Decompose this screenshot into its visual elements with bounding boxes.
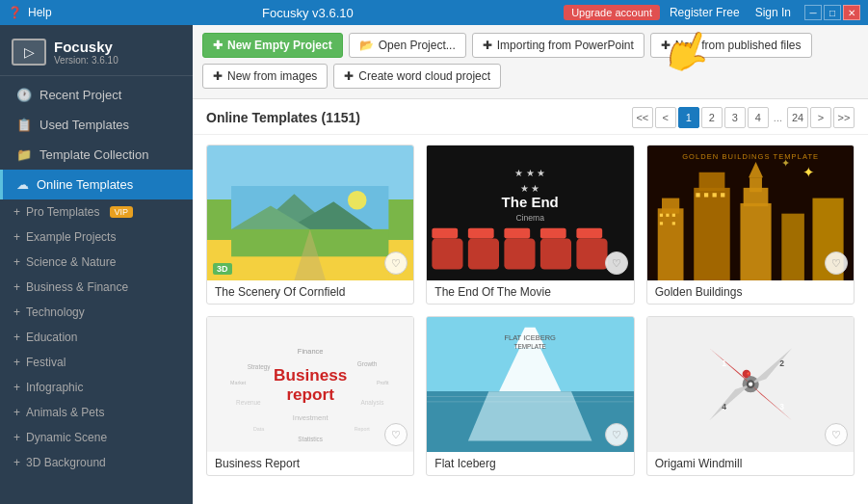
sidebar-sub-3dbg[interactable]: + 3D Background <box>0 450 193 475</box>
register-button[interactable]: Register Free <box>664 4 746 21</box>
svg-text:1: 1 <box>722 359 726 369</box>
plus-icon: ✚ <box>213 39 223 52</box>
template-card-cornfield[interactable]: 3D ♡ The Scenery Of Cornfield <box>206 145 414 305</box>
svg-text:Report: Report <box>355 426 371 432</box>
svg-text:Profit: Profit <box>377 380 389 385</box>
signin-button[interactable]: Sign In <box>750 4 797 21</box>
sub-label: 3D Background <box>26 456 106 469</box>
plus-icon: + <box>13 381 20 394</box>
close-button[interactable]: ✕ <box>843 5 860 20</box>
sidebar-sub-education[interactable]: + Education <box>0 325 193 350</box>
title-bar: ❓ Help Focusky v3.6.10 Upgrade account R… <box>0 0 868 25</box>
svg-marker-64 <box>468 392 592 441</box>
template-label-origami: Origami Windmill <box>647 452 854 475</box>
sidebar-sub-festival[interactable]: + Festival <box>0 350 193 375</box>
app-wrapper: ❓ Help Focusky v3.6.10 Upgrade account R… <box>0 0 868 504</box>
svg-text:Growth: Growth <box>357 361 378 368</box>
collection-icon: 📁 <box>16 147 32 162</box>
template-card-bizreport[interactable]: Finance Strategy Growth Market Profit Bu… <box>206 316 414 476</box>
sidebar-sub-science[interactable]: + Science & Nature <box>0 250 193 275</box>
svg-rect-35 <box>712 193 716 197</box>
template-label-movie: The End Of The Movie <box>427 280 633 304</box>
vip-badge: VIP <box>110 206 134 218</box>
open-project-button[interactable]: 📂 Open Project... <box>349 33 466 58</box>
open-label: Open Project... <box>379 39 456 52</box>
word-cloud-button[interactable]: ✚ Create word cloud project <box>333 64 501 89</box>
page-next-button[interactable]: > <box>810 107 831 128</box>
fav-button-buildings[interactable]: ♡ <box>825 252 848 275</box>
logo-info: Focusky Version: 3.6.10 <box>54 39 118 66</box>
page-header: Online Templates (1151) << < 1 2 3 4 ...… <box>193 99 868 135</box>
template-card-origami[interactable]: 1 2 3 4 📍 ♡ <box>646 316 855 476</box>
help-label: Help <box>28 6 52 19</box>
upgrade-button[interactable]: Upgrade account <box>564 5 660 20</box>
sidebar-item-online[interactable]: ☁ Online Templates <box>0 170 193 199</box>
logo-name: Focusky <box>54 39 118 55</box>
sidebar-item-label: Recent Project <box>39 88 121 102</box>
sidebar-item-used[interactable]: 📋 Used Templates <box>0 110 193 140</box>
svg-rect-29 <box>660 222 663 225</box>
template-card-movie[interactable]: ★ ★ ★ ★ ★ The End Cinema ♡ The End Of Th… <box>426 145 634 305</box>
3d-badge: 3D <box>213 263 232 275</box>
new-empty-button[interactable]: ✚ New Empty Project <box>202 33 343 58</box>
page-2-button[interactable]: 2 <box>701 107 723 128</box>
svg-rect-34 <box>704 193 708 197</box>
svg-rect-30 <box>671 222 674 225</box>
sidebar-item-recent[interactable]: 🕐 Recent Project <box>0 80 193 110</box>
sub-label: Education <box>26 331 77 344</box>
sub-label: Festival <box>26 356 66 369</box>
fav-button-cornfield[interactable]: ♡ <box>384 252 408 275</box>
import-ppt-button[interactable]: ✚ Importing from PowerPoint <box>472 33 644 58</box>
svg-text:Data: Data <box>253 426 264 432</box>
svg-text:Business: Business <box>274 366 347 385</box>
svg-point-80 <box>749 383 752 386</box>
svg-rect-27 <box>666 213 669 216</box>
svg-text:Strategy: Strategy <box>248 363 272 371</box>
template-thumb-bizreport: Finance Strategy Growth Market Profit Bu… <box>207 317 413 452</box>
svg-rect-16 <box>505 228 531 239</box>
sidebar-item-label: Template Collection <box>39 147 148 162</box>
template-label-buildings: Golden Buildings <box>647 280 854 304</box>
maximize-button[interactable]: □ <box>824 5 841 20</box>
template-thumb-buildings: ✦ ✦ GOLDEN BUILDINGS TEMPLATE ♡ <box>647 146 854 280</box>
fav-button-origami[interactable]: ♡ <box>825 423 848 446</box>
sidebar-sub-business[interactable]: + Business & Finance <box>0 275 193 300</box>
svg-rect-9 <box>433 239 463 270</box>
sub-label: Technology <box>26 305 85 319</box>
fav-button-iceberg[interactable]: ♡ <box>605 423 628 446</box>
page-24-button[interactable]: 24 <box>787 107 808 128</box>
sidebar-item-label: Online Templates <box>37 177 133 192</box>
fav-button-movie[interactable]: ♡ <box>605 252 628 275</box>
new-published-button[interactable]: ✚ New from published files <box>650 33 812 58</box>
svg-text:report: report <box>286 385 334 404</box>
svg-text:3: 3 <box>779 403 784 412</box>
svg-rect-10 <box>468 239 499 270</box>
new-images-button[interactable]: ✚ New from images <box>202 64 328 89</box>
svg-text:FLAT ICEBERG: FLAT ICEBERG <box>505 333 557 342</box>
plus-icon: + <box>13 255 20 269</box>
minimize-button[interactable]: ─ <box>804 5 822 20</box>
sidebar-sub-technology[interactable]: + Technology <box>0 300 193 325</box>
page-1-button[interactable]: 1 <box>678 107 699 128</box>
template-card-buildings[interactable]: ✦ ✦ GOLDEN BUILDINGS TEMPLATE ♡ Golden B… <box>646 145 855 305</box>
folder-icon: 📂 <box>359 39 374 52</box>
svg-rect-36 <box>721 193 724 197</box>
svg-text:GOLDEN BUILDINGS TEMPLATE: GOLDEN BUILDINGS TEMPLATE <box>682 152 819 161</box>
plus-icon: + <box>13 356 20 369</box>
page-last-button[interactable]: >> <box>833 107 855 128</box>
page-4-button[interactable]: 4 <box>748 107 769 128</box>
sidebar-sub-example[interactable]: + Example Projects <box>0 225 193 250</box>
page-3-button[interactable]: 3 <box>724 107 746 128</box>
page-prev-button[interactable]: < <box>655 107 676 128</box>
sidebar-item-collection[interactable]: 📁 Template Collection <box>0 140 193 170</box>
plus-icon: + <box>13 406 20 419</box>
sidebar-sub-animals[interactable]: + Animals & Pets <box>0 400 193 425</box>
svg-rect-39 <box>750 177 762 192</box>
sidebar-sub-dynamic[interactable]: + Dynamic Scene <box>0 425 193 450</box>
page-first-button[interactable]: << <box>632 107 653 128</box>
svg-rect-13 <box>577 239 608 270</box>
sidebar-item-label: Used Templates <box>39 118 129 132</box>
sidebar-sub-pro[interactable]: + Pro Templates VIP <box>0 199 193 225</box>
template-card-iceberg[interactable]: FLAT ICEBERG TEMPLATE ♡ Flat Iceberg <box>426 316 634 476</box>
sidebar-sub-infographic[interactable]: + Infographic <box>0 375 193 400</box>
